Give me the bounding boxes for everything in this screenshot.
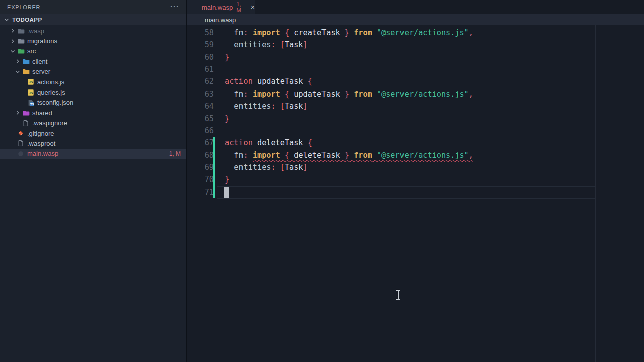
line-content: entities: [Task] <box>225 161 308 173</box>
tree-item-label: .wasp <box>27 27 44 35</box>
tree-item-label: migrations <box>27 37 57 45</box>
code-line-65[interactable]: 65} <box>187 113 595 125</box>
tree-item-label: src <box>27 47 36 55</box>
tree-item-wasp[interactable]: .wasp <box>0 26 186 36</box>
folder-folder-icon <box>17 27 25 35</box>
tree-item-actions-js[interactable]: JSactions.js <box>0 77 186 87</box>
chevron-down-icon[interactable] <box>14 68 22 76</box>
code-lines[interactable]: 58 fn: import { createTask } from "@serv… <box>187 27 595 198</box>
line-number: 63 <box>187 88 214 100</box>
tree-item-waspignore[interactable]: .waspignore <box>0 118 186 128</box>
tree-item-wasproot[interactable]: .wasproot <box>0 138 186 148</box>
close-icon[interactable]: × <box>251 4 255 11</box>
code-line-63[interactable]: 63 fn: import { updateTask } from "@serv… <box>187 88 595 100</box>
vscode-window: EXPLORER ··· TODOAPP .waspmigrationssrcc… <box>0 0 644 362</box>
chevron-spacer <box>19 88 27 97</box>
line-content: entities: [Task] <box>225 39 308 51</box>
line-content: entities: [Task] <box>225 100 308 112</box>
tree-item-label: .gitignore <box>27 130 54 137</box>
chevron-spacer <box>19 99 27 107</box>
tree-item-gitignore[interactable]: .gitignore <box>0 128 186 138</box>
chevron-spacer <box>14 119 22 127</box>
tree-item-main-wasp[interactable]: main.wasp1, M <box>0 149 186 159</box>
line-number: 65 <box>187 113 214 125</box>
tree-item-shared[interactable]: shared <box>0 108 186 118</box>
more-actions-icon[interactable]: ··· <box>170 0 179 14</box>
line-number: 68 <box>187 149 214 161</box>
tree-item-label: .waspignore <box>32 119 67 127</box>
file-file-icon <box>22 119 30 127</box>
code-line-71[interactable]: 71 <box>187 186 595 198</box>
code-line-58[interactable]: 58 fn: import { createTask } from "@serv… <box>187 27 595 39</box>
tree-item-queries-js[interactable]: JSqueries.js <box>0 87 186 97</box>
tree-item-label: server <box>32 68 50 75</box>
git-file-icon <box>17 129 25 137</box>
code-line-66[interactable]: 66 <box>187 125 595 137</box>
code-line-67[interactable]: 67action deleteTask { <box>187 137 595 149</box>
error-squiggle: import { deleteTask } from "@server/acti… <box>253 151 473 160</box>
tree-item-label: shared <box>32 109 52 117</box>
line-content: } <box>225 113 229 125</box>
line-number: 67 <box>187 137 214 149</box>
line-content: action deleteTask { <box>225 137 312 149</box>
breadcrumb: main.wasp <box>187 14 644 25</box>
tab-main-wasp[interactable]: main.wasp 1, M × <box>187 0 255 14</box>
breadcrumb-item[interactable]: main.wasp <box>205 16 236 24</box>
explorer-title: EXPLORER <box>7 4 40 10</box>
code-line-59[interactable]: 59 entities: [Task] <box>187 39 595 51</box>
tree-item-tsconfig-json[interactable]: TStsconfig.json <box>0 98 186 108</box>
editor-ruler <box>595 25 596 362</box>
chevron-spacer <box>19 78 27 86</box>
tab-label: main.wasp <box>202 4 233 11</box>
svg-text:JS: JS <box>29 91 33 95</box>
line-content: action updateTask { <box>225 75 312 87</box>
chevron-right-icon[interactable] <box>14 57 22 65</box>
project-section-header[interactable]: TODOAPP <box>0 14 186 25</box>
chevron-spacer <box>9 129 17 137</box>
problems-modified-badge: 1, M <box>169 150 181 157</box>
line-number: 62 <box>187 75 214 87</box>
line-number: 64 <box>187 100 214 112</box>
tree-item-client[interactable]: client <box>0 56 186 66</box>
line-content: } <box>225 51 229 63</box>
tree-item-src[interactable]: src <box>0 46 186 56</box>
code-line-60[interactable]: 60} <box>187 51 595 63</box>
line-number: 69 <box>187 161 214 173</box>
line-number: 66 <box>187 125 214 137</box>
file-tree: .waspmigrationssrcclientserverJSactions.… <box>0 26 186 159</box>
code-line-61[interactable]: 61 <box>187 63 595 75</box>
line-content: } <box>225 173 229 186</box>
chevron-spacer <box>9 139 17 147</box>
explorer-header: EXPLORER ··· <box>0 0 186 14</box>
tree-item-label: .wasproot <box>27 140 55 147</box>
chevron-right-icon[interactable] <box>14 109 22 117</box>
project-name: TODOAPP <box>12 17 42 23</box>
svg-text:JS: JS <box>29 80 33 84</box>
line-content: fn: import { createTask } from "@server/… <box>225 27 473 39</box>
tab-problems-badge: 1, M <box>236 1 245 13</box>
chevron-right-icon[interactable] <box>9 27 17 35</box>
line-number: 59 <box>187 39 214 51</box>
folder-folder-icon <box>17 47 25 55</box>
wasp-file-icon <box>17 150 25 158</box>
js-file-icon: JS <box>27 88 35 97</box>
code-line-70[interactable]: 70} <box>187 173 595 186</box>
chevron-down-icon[interactable] <box>9 47 17 55</box>
folder-folder-icon <box>22 109 30 117</box>
editor-cursor <box>224 187 229 198</box>
file-file-icon <box>17 139 25 147</box>
chevron-down-icon <box>3 16 10 23</box>
line-number: 60 <box>187 51 214 63</box>
code-line-68[interactable]: 68 fn: import { deleteTask } from "@serv… <box>187 149 595 161</box>
code-line-69[interactable]: 69 entities: [Task] <box>187 161 595 173</box>
tree-item-migrations[interactable]: migrations <box>0 36 186 46</box>
chevron-right-icon[interactable] <box>9 37 17 45</box>
line-number: 70 <box>187 173 214 186</box>
line-content: fn: import { deleteTask } from "@server/… <box>225 149 473 161</box>
line-number: 58 <box>187 27 214 39</box>
tree-item-server[interactable]: server <box>0 67 186 77</box>
code-line-62[interactable]: 62action updateTask { <box>187 75 595 87</box>
code-line-64[interactable]: 64 entities: [Task] <box>187 100 595 112</box>
tree-item-label: client <box>32 58 47 65</box>
folder-folder-icon <box>22 68 30 76</box>
